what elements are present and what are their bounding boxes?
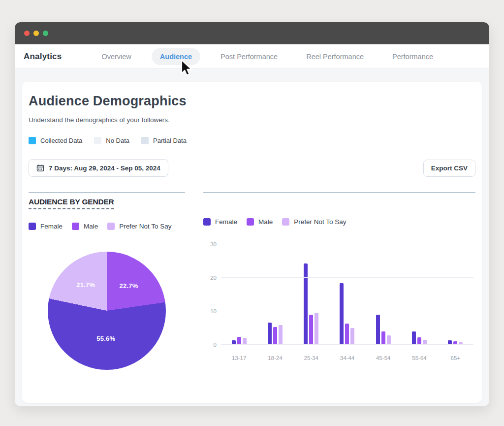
export-csv-button[interactable]: Export CSV xyxy=(423,160,475,177)
y-axis-tick-label: 30 xyxy=(210,241,217,247)
gridline xyxy=(221,344,473,345)
y-axis-tick-label: 20 xyxy=(210,275,217,281)
y-axis-tick-label: 10 xyxy=(210,308,217,314)
bar-male xyxy=(381,331,385,345)
bar-prefer-not-to-say xyxy=(279,325,283,345)
minimize-window-icon[interactable] xyxy=(33,31,39,36)
tab-post-performance[interactable]: Post Performance xyxy=(212,48,286,65)
legend-item: Partial Data xyxy=(141,137,187,144)
legend-label: Female xyxy=(215,218,237,226)
bar-male xyxy=(273,327,277,345)
bar-prefer-not-to-say xyxy=(243,338,247,345)
date-range-label: 7 Days: Aug 29, 2024 - Sep 05, 2024 xyxy=(49,164,160,172)
bar-group-25-34 xyxy=(293,244,329,345)
x-axis-tick-label: 25-34 xyxy=(293,355,329,361)
date-range-button[interactable]: 7 Days: Aug 29, 2024 - Sep 05, 2024 xyxy=(29,159,168,177)
data-status-legend: Collected DataNo DataPartial Data xyxy=(29,137,475,144)
legend-swatch xyxy=(94,137,101,144)
browser-window: Analytics Overview Audience Post Perform… xyxy=(15,22,489,406)
export-csv-label: Export CSV xyxy=(431,164,468,172)
legend-label: Male xyxy=(84,223,98,230)
pie-slice-label: 55.6% xyxy=(96,334,115,342)
legend-label: Partial Data xyxy=(153,137,187,144)
bar-group-55-64 xyxy=(401,244,437,345)
legend-swatch xyxy=(72,223,79,230)
calendar-icon xyxy=(36,164,44,172)
tab-performance[interactable]: Performance xyxy=(384,48,441,65)
legend-item: Female xyxy=(29,223,63,230)
bar-prefer-not-to-say xyxy=(350,328,354,345)
gender-pie-chart: 22.7%55.6%21.7% xyxy=(48,252,166,370)
pie-slice-label: 21.7% xyxy=(76,281,95,289)
legend-item: Male xyxy=(72,223,98,230)
gridline xyxy=(221,277,473,278)
gridline xyxy=(221,244,473,244)
legend-swatch xyxy=(247,218,254,226)
legend-label: Prefer Not To Say xyxy=(294,218,346,226)
app-brand: Analytics xyxy=(24,52,62,62)
window-titlebar xyxy=(15,22,489,44)
bar-group-18-24 xyxy=(257,244,293,345)
age-bar-section: FemaleMalePrefer Not To Say 0102030 13-1… xyxy=(203,192,475,370)
tab-overview[interactable]: Overview xyxy=(93,48,139,65)
charts-columns: AUDIENCE BY GENDER FemaleMalePrefer Not … xyxy=(29,192,475,370)
legend-swatch xyxy=(282,218,289,226)
bar-female xyxy=(340,283,344,345)
bar-group-13-17 xyxy=(221,244,257,345)
gender-pie-section: AUDIENCE BY GENDER FemaleMalePrefer Not … xyxy=(29,192,185,370)
bar-group-34-44 xyxy=(329,244,365,345)
legend-item: No Data xyxy=(94,137,129,144)
legend-item: Prefer Not To Say xyxy=(282,218,346,226)
legend-label: No Data xyxy=(106,137,129,144)
bar-x-axis-labels: 13-1718-2425-3434-4445-5455-6465+ xyxy=(221,355,473,361)
nav-tabs: Overview Audience Post Performance Reel … xyxy=(93,48,441,65)
x-axis-tick-label: 34-44 xyxy=(329,355,365,361)
page-title: Audience Demographics xyxy=(29,94,475,109)
close-window-icon[interactable] xyxy=(24,31,30,36)
page-subtitle: Understand the demographics of your foll… xyxy=(29,116,475,124)
zoom-window-icon[interactable] xyxy=(43,31,48,36)
bar-female xyxy=(376,315,380,345)
page-content: Audience Demographics Understand the dem… xyxy=(15,69,489,403)
legend-swatch xyxy=(29,223,36,230)
bar-male xyxy=(309,315,313,345)
x-axis-tick-label: 55-64 xyxy=(401,355,437,361)
x-axis-tick-label: 45-54 xyxy=(365,355,401,361)
bar-prefer-not-to-say xyxy=(315,313,318,345)
legend-label: Collected Data xyxy=(40,137,82,144)
legend-swatch xyxy=(29,137,36,144)
bar-prefer-not-to-say xyxy=(387,335,391,345)
demographics-card: Audience Demographics Understand the dem… xyxy=(22,82,482,403)
tab-reel-performance[interactable]: Reel Performance xyxy=(298,48,372,65)
legend-item: Prefer Not To Say xyxy=(107,223,171,230)
section-title-audience-by-gender: AUDIENCE BY GENDER xyxy=(29,197,114,209)
bar-gender-legend: FemaleMalePrefer Not To Say xyxy=(203,218,475,226)
bar-group-65+ xyxy=(438,244,473,345)
y-axis-tick-label: 0 xyxy=(214,342,217,348)
x-axis-tick-label: 13-17 xyxy=(221,355,257,361)
gridline xyxy=(221,311,473,311)
legend-item: Female xyxy=(203,218,237,226)
bar-male xyxy=(345,324,349,345)
x-axis-tick-label: 18-24 xyxy=(257,355,293,361)
legend-swatch xyxy=(203,218,211,226)
pie-slice-label: 22.7% xyxy=(120,282,138,289)
legend-label: Male xyxy=(258,218,273,226)
age-gender-bar-chart: 0102030 13-1718-2425-3434-4445-5455-6465… xyxy=(203,244,475,361)
bar-male xyxy=(237,337,241,345)
bar-group-45-54 xyxy=(365,244,401,345)
legend-swatch xyxy=(107,223,115,230)
legend-item: Male xyxy=(247,218,273,226)
x-axis-tick-label: 65+ xyxy=(438,355,473,361)
bar-female xyxy=(412,331,416,345)
legend-label: Female xyxy=(40,223,63,230)
controls-row: 7 Days: Aug 29, 2024 - Sep 05, 2024 Expo… xyxy=(29,159,475,177)
bar-male xyxy=(417,337,421,345)
legend-label: Prefer Not To Say xyxy=(119,223,171,230)
tab-audience[interactable]: Audience xyxy=(152,48,200,65)
bar-plot-area: 0102030 xyxy=(221,244,473,345)
legend-item: Collected Data xyxy=(29,137,82,144)
pie-gender-legend: FemaleMalePrefer Not To Say xyxy=(29,223,185,230)
top-navbar: Analytics Overview Audience Post Perform… xyxy=(15,44,489,69)
bar-female xyxy=(268,323,272,345)
